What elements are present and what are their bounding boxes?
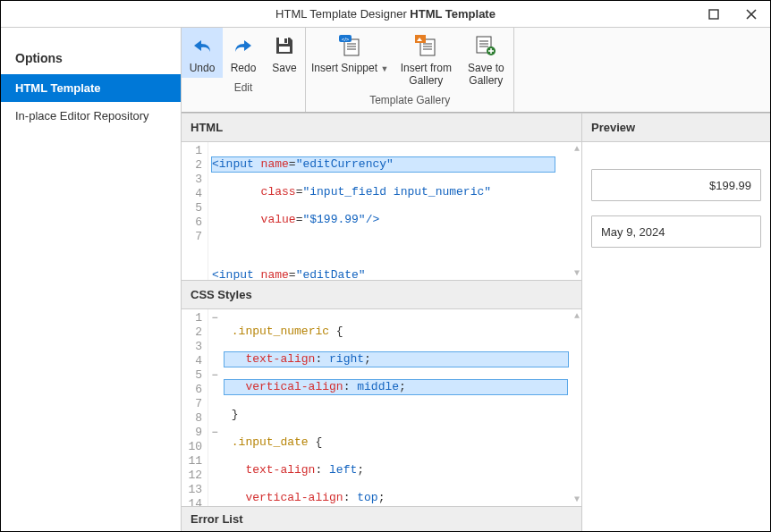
window-controls (695, 1, 770, 27)
html-code-area[interactable]: <input name="editCurrency" class="input_… (208, 142, 581, 280)
undo-button[interactable]: Undo (182, 28, 223, 78)
preview-panel-header: Preview (582, 114, 770, 142)
html-gutter: 1 2 3 4 5 6 7 (182, 142, 208, 280)
insert-snippet-button[interactable]: </> Insert Snippet ▼ (306, 28, 394, 90)
redo-icon (231, 33, 256, 58)
svg-text:</>: </> (342, 37, 350, 42)
sidebar: Options HTML Template In-place Editor Re… (1, 28, 182, 531)
save-to-gallery-button[interactable]: Save to Gallery (458, 28, 513, 90)
preview-panel: Preview $199.99 May 9, 2024 (582, 114, 770, 531)
html-editor[interactable]: ▲ ▼ 1 2 3 4 5 6 7 <input name (182, 142, 581, 280)
css-fold-column[interactable]: − − − (208, 309, 221, 506)
ribbon-group-label-edit: Edit (182, 78, 305, 99)
close-button[interactable] (733, 1, 770, 27)
save-button[interactable]: Save (264, 28, 305, 78)
ribbon: Undo Redo Save Edit (182, 28, 770, 113)
ribbon-group-label-gallery: Template Gallery (306, 90, 513, 112)
css-panel: CSS Styles ▲ ▼ 1 2 3 4 5 6 7 (182, 280, 581, 506)
svg-rect-4 (284, 38, 287, 43)
sidebar-heading: Options (1, 47, 181, 74)
window: HTML Template Designer HTML Template Opt… (0, 0, 771, 532)
undo-icon (190, 33, 215, 58)
preview-currency-field[interactable]: $199.99 (591, 169, 761, 201)
svg-rect-5 (279, 46, 290, 52)
css-editor[interactable]: ▲ ▼ 1 2 3 4 5 6 7 8 9 (182, 309, 581, 506)
sidebar-item-html-template[interactable]: HTML Template (1, 74, 181, 102)
insert-gallery-icon (413, 33, 438, 58)
css-code-area[interactable]: .input_numeric { text-align: right; vert… (221, 309, 581, 506)
svg-rect-0 (709, 10, 718, 19)
preview-date-field[interactable]: May 9, 2024 (591, 215, 761, 248)
window-title: HTML Template Designer HTML Template (275, 7, 496, 21)
html-panel-header: HTML (182, 114, 581, 142)
save-gallery-icon (473, 33, 498, 58)
save-icon (272, 33, 297, 58)
ribbon-group-gallery: </> Insert Snippet ▼ Insert from Gallery… (306, 28, 514, 112)
titlebar: HTML Template Designer HTML Template (1, 1, 770, 28)
redo-button[interactable]: Redo (223, 28, 264, 78)
error-list-header[interactable]: Error List (182, 506, 581, 531)
html-panel: HTML ▲ ▼ 1 2 3 4 5 6 7 (182, 114, 581, 280)
chevron-down-icon: ▼ (380, 64, 388, 73)
ribbon-group-edit: Undo Redo Save Edit (182, 28, 306, 112)
css-gutter: 1 2 3 4 5 6 7 8 9 10 11 (182, 309, 208, 506)
sidebar-item-inplace-editor-repository[interactable]: In-place Editor Repository (1, 102, 181, 130)
insert-from-gallery-button[interactable]: Insert from Gallery (394, 28, 458, 90)
insert-snippet-icon: </> (337, 33, 362, 58)
maximize-button[interactable] (695, 1, 733, 27)
css-panel-header: CSS Styles (182, 281, 581, 309)
